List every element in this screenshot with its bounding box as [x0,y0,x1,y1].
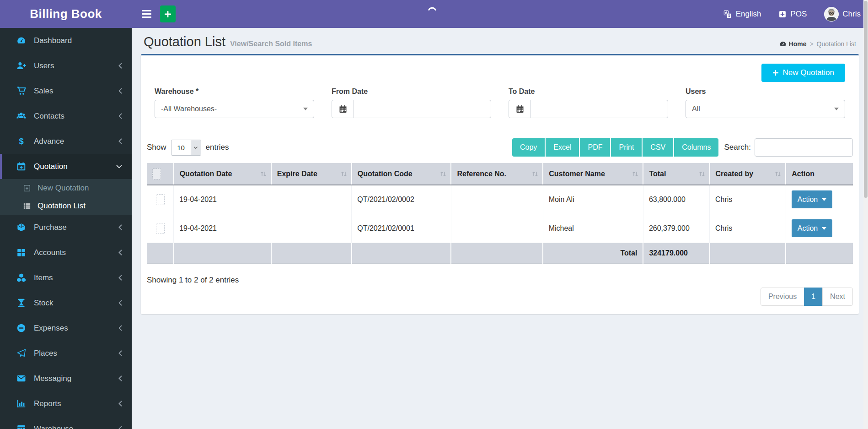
user-menu[interactable]: Chris [824,7,861,22]
select-all-checkbox[interactable] [152,168,161,179]
page-length-value: 10 [171,140,191,155]
sidebar-item-label: Quotation [34,162,116,171]
sidebar-item-label: Items [34,273,118,282]
footer-total-value: 324179.000 [643,243,709,263]
pagination-page-1[interactable]: 1 [804,288,823,306]
main-content: Quotation List View/Search Sold Items Ho… [132,28,868,429]
quotation-table: Quotation DateExpire DateQuotation CodeR… [147,163,853,264]
plus-square-icon [22,184,32,192]
from-date-input[interactable] [354,100,491,118]
export-pdf-button[interactable]: PDF [580,138,611,157]
chevron-left-icon [118,224,123,231]
export-csv-button[interactable]: CSV [643,138,674,157]
cell-quotation-date: 19-04-2021 [174,185,271,214]
sidebar-item-advance[interactable]: $Advance [0,129,132,154]
pos-menu[interactable]: POS [778,10,807,19]
breadcrumb-home-label: Home [789,40,807,48]
warehouse-label: Warehouse * [155,87,314,96]
cell-customer-name: Micheal [543,214,643,243]
cell-expire-date [271,185,352,214]
table-icon [16,424,27,429]
column-header-created-by[interactable]: Created by [710,163,786,185]
export-columns-button[interactable]: Columns [674,138,718,157]
chevron-left-icon [118,350,123,357]
cell-quotation-code: QT/2021/02/0001 [352,214,451,243]
sidebar-item-accounts[interactable]: Accounts [0,240,132,265]
sidebar-item-purchase[interactable]: Purchase [0,215,132,240]
hourglass-icon [16,298,27,308]
column-header-label: Customer Name [549,170,605,178]
search-input[interactable] [755,139,859,156]
table-footer-row: Total324179.000 [147,243,853,263]
app-logo[interactable]: Billing Book [0,0,132,28]
avatar [824,7,839,22]
scrollbar-thumb[interactable] [864,1,868,198]
cell-customer-name: Moin Ali [543,185,643,214]
sort-icon [698,170,706,178]
cell-reference-no [451,214,543,243]
sidebar-item-sales[interactable]: Sales [0,78,132,103]
row-checkbox[interactable] [156,194,165,205]
column-header-customer-name[interactable]: Customer Name [543,163,643,185]
app-title: Billing Book [30,7,102,21]
calendar-icon[interactable] [509,100,531,118]
sidebar-item-users[interactable]: Users [0,53,132,78]
chevron-left-icon [118,400,123,407]
new-quotation-button[interactable]: New Quotation [761,64,845,82]
sidebar-item-label: Dashboard [34,36,123,45]
page-length-select[interactable]: 10 [171,140,201,156]
search-label: Search: [724,143,751,152]
bar-chart-icon [16,399,27,408]
chevron-left-icon [118,87,123,94]
sidebar-item-label: Contacts [34,112,118,121]
column-header-quotation-code[interactable]: Quotation Code [352,163,451,185]
sidebar-subitem-quotation-list[interactable]: Quotation List [0,197,132,215]
action-button[interactable]: Action [792,219,832,237]
sidebar-item-expenses[interactable]: Expenses [0,315,132,341]
quotation-list-card: New Quotation Warehouse * -All Warehouse… [141,54,859,314]
warehouse-select[interactable]: -All Warehouses- [155,100,314,118]
action-button[interactable]: Action [792,190,832,208]
language-menu[interactable]: English [723,10,761,19]
cube-icon [16,223,27,232]
export-copy-button[interactable]: Copy [512,138,546,157]
sidebar-item-reports[interactable]: Reports [0,391,132,416]
sidebar-subitem-new-quotation[interactable]: New Quotation [0,179,132,197]
users-select[interactable]: All [686,100,845,118]
sidebar-item-quotation[interactable]: Quotation [0,154,132,179]
svg-text:$: $ [19,136,23,146]
sidebar-item-contacts[interactable]: Contacts [0,103,132,129]
sidebar-item-items[interactable]: Items [0,265,132,290]
column-header-total[interactable]: Total [643,163,709,185]
menu-icon[interactable] [141,7,152,21]
show-label: Show [147,143,166,152]
sidebar-item-places[interactable]: Places [0,341,132,366]
column-header-expire-date[interactable]: Expire Date [271,163,352,185]
sidebar-item-messaging[interactable]: Messaging [0,366,132,391]
pagination-next[interactable]: Next [822,288,853,306]
breadcrumb-home[interactable]: Home [779,40,807,48]
column-header-quotation-date[interactable]: Quotation Date [174,163,271,185]
calendar-icon[interactable] [332,100,354,118]
sidebar-item-dashboard[interactable]: Dashboard [0,28,132,53]
to-date-input[interactable] [531,100,668,118]
row-checkbox[interactable] [156,223,165,234]
cart-icon [16,86,27,96]
export-print-button[interactable]: Print [611,138,643,157]
export-excel-button[interactable]: Excel [546,138,580,157]
scrollbar-track[interactable] [863,0,868,429]
column-header-reference-no[interactable]: Reference No. [451,163,543,185]
quick-add-button[interactable] [160,5,176,22]
caret-down-icon [822,198,826,201]
chevron-left-icon [118,425,123,429]
sidebar-item-warehouse[interactable]: Warehouse [0,416,132,429]
user-name: Chris [842,10,861,19]
sidebar-item-label: Reports [34,399,118,408]
pagination-previous[interactable]: Previous [761,288,804,306]
export-button-group: CopyExcelPDFPrintCSVColumns [512,138,718,157]
table-head: Quotation DateExpire DateQuotation CodeR… [147,163,853,185]
sidebar-subitem-label: New Quotation [38,184,89,193]
sidebar-item-stock[interactable]: Stock [0,290,132,315]
sidebar-subitem-label: Quotation List [38,201,86,211]
sidebar-item-label: Stock [34,299,118,308]
